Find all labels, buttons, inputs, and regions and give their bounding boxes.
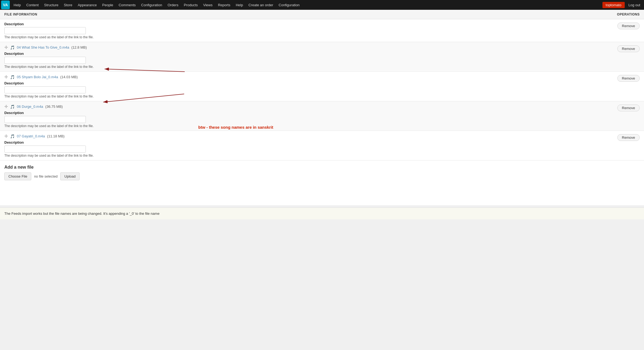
nav-orders[interactable]: Orders: [165, 0, 181, 10]
drag-handle-icon[interactable]: ✛: [4, 134, 8, 139]
description-label: Description: [4, 22, 483, 26]
nav-comments[interactable]: Comments: [116, 0, 139, 10]
table-row: ✛ 🎵 04 What She Has To Give_0.m4a (12.8 …: [0, 42, 644, 72]
drag-handle-icon[interactable]: ✛: [4, 74, 8, 80]
drag-handle-icon[interactable]: ✛: [4, 45, 8, 50]
remove-button[interactable]: Remove: [617, 75, 640, 82]
nav-logout[interactable]: Log out: [626, 0, 643, 10]
site-logo[interactable]: VA: [1, 1, 10, 9]
nav-products[interactable]: Products: [181, 0, 200, 10]
bottom-bar: The Feeds import works but the file name…: [0, 207, 644, 219]
nav-help2[interactable]: Help: [233, 0, 246, 10]
file-link[interactable]: 07 Gayatri_0.m4a: [17, 134, 45, 138]
description-input[interactable]: [4, 86, 86, 93]
description-hint: The description may be used as the label…: [4, 35, 483, 39]
description-input[interactable]: [4, 146, 86, 153]
nav-appearance[interactable]: Appearance: [75, 0, 99, 10]
bottom-text: The Feeds import works but the file name…: [4, 212, 640, 216]
description-hint: The description may be used as the label…: [4, 154, 483, 157]
table-row: Description The description may be used …: [0, 19, 644, 42]
file-table-header: FILE INFORMATION OPERATIONS: [0, 10, 644, 19]
upload-button[interactable]: Upload: [60, 172, 80, 180]
nav-configuration2[interactable]: Configuration: [276, 0, 302, 10]
file-link[interactable]: 04 What She Has To Give_0.m4a: [17, 45, 69, 49]
description-label: Description: [4, 111, 483, 115]
nav-views[interactable]: Views: [200, 0, 215, 10]
main-content: btw - these song names are in sanskrit F…: [0, 10, 644, 205]
no-file-label: no file selected: [34, 174, 58, 178]
table-row: ✛ 🎵 05 Shyam Bolo Jai_0.m4a (14.03 MB) D…: [0, 72, 644, 101]
drag-handle-icon[interactable]: ✛: [4, 104, 8, 109]
file-audio-icon: 🎵: [10, 134, 15, 138]
file-size: (11.18 MB): [47, 134, 64, 138]
file-audio-icon: 🎵: [10, 75, 15, 79]
nav-content[interactable]: Content: [24, 0, 42, 10]
add-file-title: Add a new file: [4, 165, 640, 170]
nav-reports[interactable]: Reports: [215, 0, 233, 10]
file-size: (14.03 MB): [60, 75, 78, 79]
nav-user-button[interactable]: toptomato: [602, 2, 625, 8]
description-hint: The description may be used as the label…: [4, 65, 483, 69]
description-hint: The description may be used as the label…: [4, 124, 483, 128]
table-row: ✛ 🎵 07 Gayatri_0.m4a (11.18 MB) Descript…: [0, 131, 644, 160]
nav-help[interactable]: Help: [11, 0, 24, 10]
file-link[interactable]: 05 Shyam Bolo Jai_0.m4a: [17, 75, 58, 79]
remove-button[interactable]: Remove: [617, 134, 640, 141]
file-audio-icon: 🎵: [10, 45, 15, 50]
file-link[interactable]: 06 Durge_0.m4a: [17, 105, 43, 109]
add-file-section: Add a new file Choose File no file selec…: [0, 160, 644, 183]
description-hint: The description may be used as the label…: [4, 94, 483, 98]
table-row: ✛ 🎵 06 Durge_0.m4a (36.75 MB) Descriptio…: [0, 101, 644, 131]
col-operations: OPERATIONS: [488, 10, 644, 19]
description-input[interactable]: [4, 116, 86, 123]
choose-file-button[interactable]: Choose File: [4, 172, 31, 180]
navbar: VA Help Content Structure Store Appearan…: [0, 0, 644, 10]
description-input[interactable]: [4, 27, 86, 34]
description-label: Description: [4, 52, 483, 56]
description-label: Description: [4, 81, 483, 85]
file-table: FILE INFORMATION OPERATIONS Description …: [0, 10, 644, 160]
remove-button[interactable]: Remove: [617, 23, 640, 29]
nav-create-order[interactable]: Create an order: [246, 0, 276, 10]
nav-configuration[interactable]: Configuration: [139, 0, 165, 10]
add-file-controls: Choose File no file selected Upload: [4, 172, 640, 180]
file-size: (36.75 MB): [45, 105, 63, 109]
nav-structure[interactable]: Structure: [41, 0, 61, 10]
nav-people[interactable]: People: [99, 0, 116, 10]
remove-button[interactable]: Remove: [617, 45, 640, 52]
file-size: (12.8 MB): [71, 45, 87, 49]
file-audio-icon: 🎵: [10, 105, 15, 109]
col-file-info: FILE INFORMATION: [0, 10, 488, 19]
nav-store[interactable]: Store: [61, 0, 75, 10]
description-input[interactable]: [4, 57, 86, 64]
remove-button[interactable]: Remove: [617, 105, 640, 111]
description-label: Description: [4, 140, 483, 144]
